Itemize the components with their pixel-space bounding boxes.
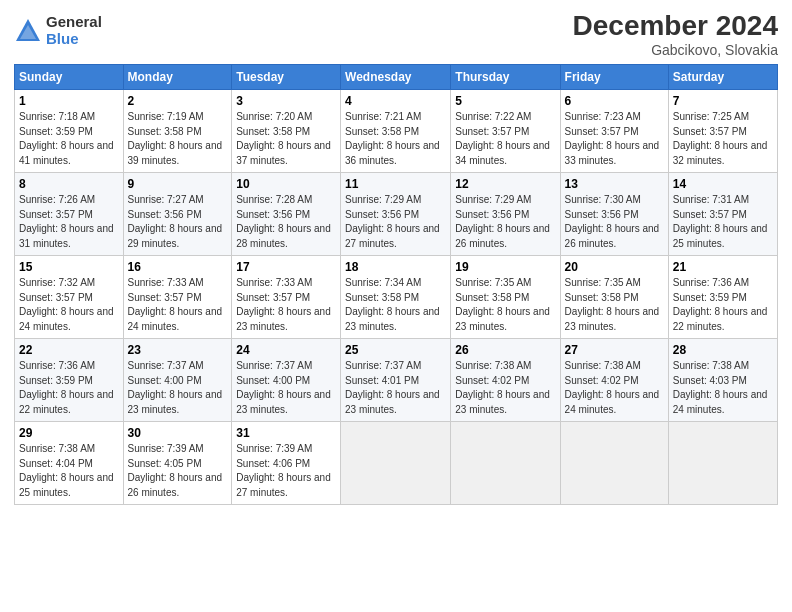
day-detail: Sunrise: 7:30 AM Sunset: 3:56 PM Dayligh… (565, 194, 660, 249)
day-number: 10 (236, 177, 336, 191)
day-detail: Sunrise: 7:23 AM Sunset: 3:57 PM Dayligh… (565, 111, 660, 166)
day-number: 28 (673, 343, 773, 357)
title-block: December 2024 Gabcikovo, Slovakia (573, 10, 778, 58)
day-detail: Sunrise: 7:22 AM Sunset: 3:57 PM Dayligh… (455, 111, 550, 166)
table-row: 12Sunrise: 7:29 AM Sunset: 3:56 PM Dayli… (451, 173, 560, 256)
table-row: 21Sunrise: 7:36 AM Sunset: 3:59 PM Dayli… (668, 256, 777, 339)
table-row: 20Sunrise: 7:35 AM Sunset: 3:58 PM Dayli… (560, 256, 668, 339)
table-row: 16Sunrise: 7:33 AM Sunset: 3:57 PM Dayli… (123, 256, 232, 339)
day-detail: Sunrise: 7:35 AM Sunset: 3:58 PM Dayligh… (565, 277, 660, 332)
table-row: 2Sunrise: 7:19 AM Sunset: 3:58 PM Daylig… (123, 90, 232, 173)
day-detail: Sunrise: 7:37 AM Sunset: 4:00 PM Dayligh… (236, 360, 331, 415)
day-number: 24 (236, 343, 336, 357)
day-detail: Sunrise: 7:36 AM Sunset: 3:59 PM Dayligh… (673, 277, 768, 332)
calendar-week-row: 22Sunrise: 7:36 AM Sunset: 3:59 PM Dayli… (15, 339, 778, 422)
day-number: 18 (345, 260, 446, 274)
table-row: 31Sunrise: 7:39 AM Sunset: 4:06 PM Dayli… (232, 422, 341, 505)
day-number: 4 (345, 94, 446, 108)
day-number: 14 (673, 177, 773, 191)
day-number: 17 (236, 260, 336, 274)
day-detail: Sunrise: 7:36 AM Sunset: 3:59 PM Dayligh… (19, 360, 114, 415)
day-number: 12 (455, 177, 555, 191)
location: Gabcikovo, Slovakia (573, 42, 778, 58)
table-row: 23Sunrise: 7:37 AM Sunset: 4:00 PM Dayli… (123, 339, 232, 422)
day-detail: Sunrise: 7:35 AM Sunset: 3:58 PM Dayligh… (455, 277, 550, 332)
day-detail: Sunrise: 7:39 AM Sunset: 4:05 PM Dayligh… (128, 443, 223, 498)
table-row: 25Sunrise: 7:37 AM Sunset: 4:01 PM Dayli… (341, 339, 451, 422)
day-number: 6 (565, 94, 664, 108)
table-row (341, 422, 451, 505)
table-row: 18Sunrise: 7:34 AM Sunset: 3:58 PM Dayli… (341, 256, 451, 339)
table-row: 17Sunrise: 7:33 AM Sunset: 3:57 PM Dayli… (232, 256, 341, 339)
day-detail: Sunrise: 7:39 AM Sunset: 4:06 PM Dayligh… (236, 443, 331, 498)
day-detail: Sunrise: 7:25 AM Sunset: 3:57 PM Dayligh… (673, 111, 768, 166)
day-detail: Sunrise: 7:29 AM Sunset: 3:56 PM Dayligh… (345, 194, 440, 249)
col-saturday: Saturday (668, 65, 777, 90)
day-number: 26 (455, 343, 555, 357)
table-row (451, 422, 560, 505)
table-row: 9Sunrise: 7:27 AM Sunset: 3:56 PM Daylig… (123, 173, 232, 256)
logo-text: General Blue (46, 14, 102, 47)
day-detail: Sunrise: 7:38 AM Sunset: 4:02 PM Dayligh… (565, 360, 660, 415)
day-number: 25 (345, 343, 446, 357)
calendar-week-row: 15Sunrise: 7:32 AM Sunset: 3:57 PM Dayli… (15, 256, 778, 339)
day-detail: Sunrise: 7:32 AM Sunset: 3:57 PM Dayligh… (19, 277, 114, 332)
day-detail: Sunrise: 7:34 AM Sunset: 3:58 PM Dayligh… (345, 277, 440, 332)
day-detail: Sunrise: 7:31 AM Sunset: 3:57 PM Dayligh… (673, 194, 768, 249)
day-number: 3 (236, 94, 336, 108)
calendar-table: Sunday Monday Tuesday Wednesday Thursday… (14, 64, 778, 505)
header-row: Sunday Monday Tuesday Wednesday Thursday… (15, 65, 778, 90)
day-number: 31 (236, 426, 336, 440)
day-detail: Sunrise: 7:19 AM Sunset: 3:58 PM Dayligh… (128, 111, 223, 166)
table-row (560, 422, 668, 505)
table-row: 28Sunrise: 7:38 AM Sunset: 4:03 PM Dayli… (668, 339, 777, 422)
table-row: 11Sunrise: 7:29 AM Sunset: 3:56 PM Dayli… (341, 173, 451, 256)
day-number: 1 (19, 94, 119, 108)
col-monday: Monday (123, 65, 232, 90)
table-row: 10Sunrise: 7:28 AM Sunset: 3:56 PM Dayli… (232, 173, 341, 256)
day-detail: Sunrise: 7:38 AM Sunset: 4:02 PM Dayligh… (455, 360, 550, 415)
logo-icon (14, 17, 42, 45)
day-number: 13 (565, 177, 664, 191)
table-row: 13Sunrise: 7:30 AM Sunset: 3:56 PM Dayli… (560, 173, 668, 256)
day-detail: Sunrise: 7:18 AM Sunset: 3:59 PM Dayligh… (19, 111, 114, 166)
day-number: 11 (345, 177, 446, 191)
table-row: 14Sunrise: 7:31 AM Sunset: 3:57 PM Dayli… (668, 173, 777, 256)
calendar-week-row: 8Sunrise: 7:26 AM Sunset: 3:57 PM Daylig… (15, 173, 778, 256)
header: General Blue December 2024 Gabcikovo, Sl… (14, 10, 778, 58)
day-number: 7 (673, 94, 773, 108)
day-number: 27 (565, 343, 664, 357)
day-number: 30 (128, 426, 228, 440)
day-detail: Sunrise: 7:28 AM Sunset: 3:56 PM Dayligh… (236, 194, 331, 249)
day-detail: Sunrise: 7:21 AM Sunset: 3:58 PM Dayligh… (345, 111, 440, 166)
table-row: 29Sunrise: 7:38 AM Sunset: 4:04 PM Dayli… (15, 422, 124, 505)
day-number: 5 (455, 94, 555, 108)
table-row: 1Sunrise: 7:18 AM Sunset: 3:59 PM Daylig… (15, 90, 124, 173)
day-number: 9 (128, 177, 228, 191)
day-number: 21 (673, 260, 773, 274)
month-title: December 2024 (573, 10, 778, 42)
table-row: 4Sunrise: 7:21 AM Sunset: 3:58 PM Daylig… (341, 90, 451, 173)
table-row: 27Sunrise: 7:38 AM Sunset: 4:02 PM Dayli… (560, 339, 668, 422)
table-row: 22Sunrise: 7:36 AM Sunset: 3:59 PM Dayli… (15, 339, 124, 422)
day-number: 22 (19, 343, 119, 357)
logo: General Blue (14, 14, 102, 47)
table-row: 26Sunrise: 7:38 AM Sunset: 4:02 PM Dayli… (451, 339, 560, 422)
table-row: 8Sunrise: 7:26 AM Sunset: 3:57 PM Daylig… (15, 173, 124, 256)
day-detail: Sunrise: 7:37 AM Sunset: 4:01 PM Dayligh… (345, 360, 440, 415)
day-number: 8 (19, 177, 119, 191)
day-number: 2 (128, 94, 228, 108)
day-detail: Sunrise: 7:37 AM Sunset: 4:00 PM Dayligh… (128, 360, 223, 415)
col-tuesday: Tuesday (232, 65, 341, 90)
day-number: 15 (19, 260, 119, 274)
day-detail: Sunrise: 7:20 AM Sunset: 3:58 PM Dayligh… (236, 111, 331, 166)
day-number: 23 (128, 343, 228, 357)
table-row: 7Sunrise: 7:25 AM Sunset: 3:57 PM Daylig… (668, 90, 777, 173)
col-sunday: Sunday (15, 65, 124, 90)
table-row: 6Sunrise: 7:23 AM Sunset: 3:57 PM Daylig… (560, 90, 668, 173)
table-row: 30Sunrise: 7:39 AM Sunset: 4:05 PM Dayli… (123, 422, 232, 505)
day-detail: Sunrise: 7:38 AM Sunset: 4:03 PM Dayligh… (673, 360, 768, 415)
page-container: General Blue December 2024 Gabcikovo, Sl… (0, 0, 792, 515)
day-detail: Sunrise: 7:33 AM Sunset: 3:57 PM Dayligh… (236, 277, 331, 332)
day-detail: Sunrise: 7:27 AM Sunset: 3:56 PM Dayligh… (128, 194, 223, 249)
